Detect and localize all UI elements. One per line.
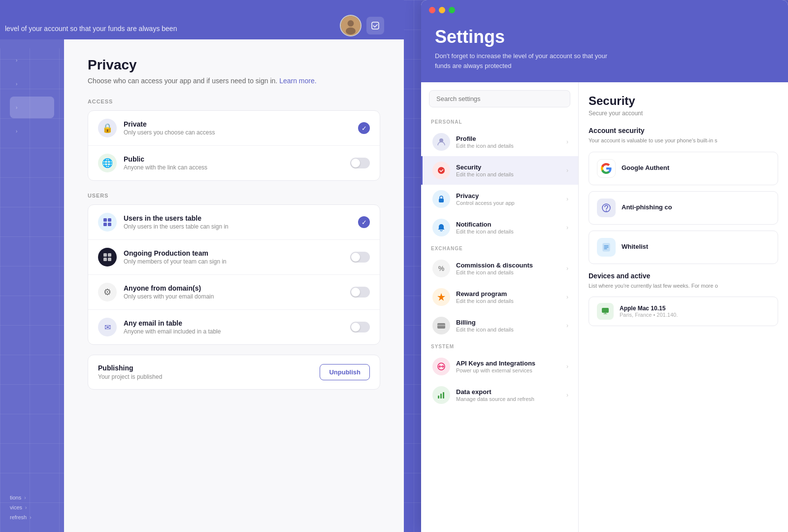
reward-desc: Edit the icon and details xyxy=(456,298,566,304)
security-icon xyxy=(432,162,450,179)
settings-item-security[interactable]: Security Edit the icon and details › xyxy=(421,156,578,185)
sidebar-bottom: tions › vices › refresh › xyxy=(0,487,64,532)
traffic-lights xyxy=(421,0,463,13)
whitelist-card[interactable]: Whitelist xyxy=(589,231,778,264)
svg-rect-14 xyxy=(439,199,444,202)
public-icon: 🌐 xyxy=(98,154,117,172)
unpublish-button[interactable]: Unpublish xyxy=(320,364,370,380)
traffic-light-yellow[interactable] xyxy=(439,7,445,13)
email-toggle[interactable] xyxy=(350,322,370,332)
header-check-button[interactable] xyxy=(366,17,384,34)
settings-item-profile[interactable]: Profile Edit the icon and details › xyxy=(421,128,578,156)
svg-rect-7 xyxy=(108,223,111,226)
sidebar-item-3[interactable]: › xyxy=(10,97,54,118)
users-table-name: Users in the users table xyxy=(124,214,358,222)
commission-name: Commission & discounts xyxy=(456,262,566,269)
settings-item-data-export[interactable]: Data export Manage data source and refre… xyxy=(421,381,578,409)
notification-icon xyxy=(432,219,450,236)
search-input[interactable] xyxy=(429,90,570,107)
option-public[interactable]: 🌐 Public Anyone with the link can access xyxy=(88,146,380,180)
settings-item-reward[interactable]: Reward program Edit the icon and details… xyxy=(421,283,578,311)
security-chevron: › xyxy=(566,167,568,174)
sidebar-item-4[interactable]: › xyxy=(10,120,54,142)
option-private[interactable]: 🔒 Private Only users you choose can acce… xyxy=(88,111,380,146)
domain-toggle[interactable] xyxy=(350,287,370,298)
settings-item-notification[interactable]: Notification Edit the icon and details › xyxy=(421,213,578,242)
users-table-info: Users in the users table Only users in t… xyxy=(124,214,358,230)
commission-icon: % xyxy=(432,260,450,277)
api-info: API Keys and Integrations Power up with … xyxy=(456,360,566,373)
settings-item-commission[interactable]: % Commission & discounts Edit the icon a… xyxy=(421,254,578,283)
production-toggle[interactable] xyxy=(350,252,370,263)
sidebar-bottom-item-2[interactable]: vices › xyxy=(10,504,54,510)
refresh-label: refresh xyxy=(10,514,27,520)
users-table-icon xyxy=(98,213,117,232)
production-icon xyxy=(98,248,117,266)
learn-more-link[interactable]: Learn more. xyxy=(279,77,316,85)
commission-desc: Edit the icon and details xyxy=(456,269,566,275)
option-production-team[interactable]: Ongoing Production team Only members of … xyxy=(88,240,380,275)
notification-name: Notification xyxy=(456,221,566,228)
svg-rect-6 xyxy=(103,223,107,226)
billing-name: Billing xyxy=(456,319,566,326)
security-name: Security xyxy=(456,164,566,171)
google-auth-card[interactable]: Google Authent xyxy=(589,152,778,185)
option-domain[interactable]: ⚙ Anyone from domain(s) Only users with … xyxy=(88,275,380,310)
private-desc: Only users you choose can access xyxy=(124,129,358,136)
api-name: API Keys and Integrations xyxy=(456,360,566,367)
right-panel: Settings Don't forget to increase the le… xyxy=(421,0,788,532)
svg-rect-11 xyxy=(108,258,111,261)
users-table-desc: Only users in the users table can sign i… xyxy=(124,223,358,230)
security-detail-title: Security xyxy=(589,94,778,108)
notification-desc: Edit the icon and details xyxy=(456,229,566,234)
settings-item-privacy[interactable]: Privacy Control access your app › xyxy=(421,185,578,213)
sidebar-item-1[interactable]: › xyxy=(10,49,54,71)
public-info: Public Anyone with the link can access xyxy=(124,155,350,171)
privacy-subtitle: Choose who can access your app and if us… xyxy=(88,77,380,85)
private-check[interactable]: ✓ xyxy=(358,122,370,134)
domain-info: Anyone from domain(s) Only users with yo… xyxy=(124,284,350,300)
privacy-settings-name: Privacy xyxy=(456,192,566,200)
publishing-title: Publishing xyxy=(98,364,162,372)
left-sidebar: › › › › tions › vices › refresh › xyxy=(0,39,64,532)
publishing-card: Publishing Your project is published Unp… xyxy=(88,355,380,390)
traffic-light-red[interactable] xyxy=(429,7,435,13)
traffic-light-green[interactable] xyxy=(449,7,455,13)
reward-icon xyxy=(432,288,450,306)
personal-section-label: PERSONAL xyxy=(421,115,578,128)
data-export-icon xyxy=(432,386,450,404)
device-mac-icon xyxy=(597,303,614,320)
svg-rect-19 xyxy=(440,394,442,399)
private-name: Private xyxy=(124,120,358,128)
svg-rect-10 xyxy=(103,258,107,261)
settings-item-billing[interactable]: Billing Edit the icon and details › xyxy=(421,311,578,340)
data-export-info: Data export Manage data source and refre… xyxy=(456,388,566,402)
svg-rect-8 xyxy=(103,253,107,257)
svg-point-1 xyxy=(348,20,354,27)
data-export-chevron: › xyxy=(566,392,568,399)
option-email[interactable]: ✉ Any email in table Anyone with email i… xyxy=(88,310,380,344)
antiphishing-card[interactable]: Anti-phishing co xyxy=(589,191,778,225)
api-icon xyxy=(432,358,450,375)
google-auth-info: Google Authent xyxy=(622,164,770,172)
profile-name: Profile xyxy=(456,135,566,142)
api-chevron: › xyxy=(566,363,568,370)
sidebar-bottom-item-refresh[interactable]: refresh › xyxy=(10,514,54,520)
settings-item-api[interactable]: API Keys and Integrations Power up with … xyxy=(421,352,578,381)
private-info: Private Only users you choose can access xyxy=(124,120,358,136)
sidebar-bottom-item-1[interactable]: tions › xyxy=(10,495,54,500)
email-name: Any email in table xyxy=(124,319,350,327)
option-users-table[interactable]: Users in the users table Only users in t… xyxy=(88,205,380,240)
sidebar-bottom-label-1: tions xyxy=(10,495,21,500)
users-table-check[interactable]: ✓ xyxy=(358,216,370,228)
system-section-label: SYSTEM xyxy=(421,340,578,352)
email-desc: Anyone with email included in a table xyxy=(124,328,350,335)
billing-info: Billing Edit the icon and details xyxy=(456,319,566,332)
svg-point-22 xyxy=(606,210,607,211)
publishing-desc: Your project is published xyxy=(98,373,162,380)
whitelist-name: Whitelist xyxy=(622,243,770,250)
commission-chevron: › xyxy=(566,265,568,272)
sidebar-item-2[interactable]: › xyxy=(10,73,54,95)
device-item-mac[interactable]: Apple Mac 10.15 Paris, France • 201.140. xyxy=(589,297,778,326)
public-toggle[interactable] xyxy=(350,158,370,168)
